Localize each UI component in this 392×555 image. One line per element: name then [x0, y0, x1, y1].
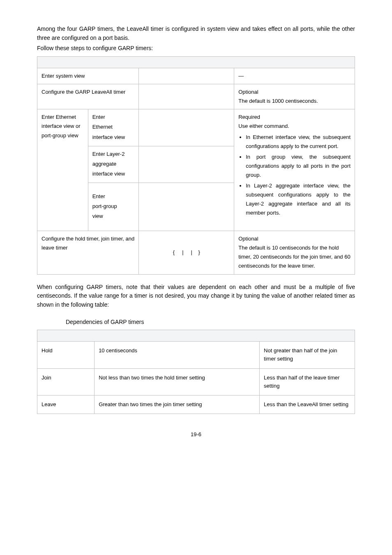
cell-desc: Optional The default is 1000 centisecond… [234, 84, 355, 109]
header-blank-3 [234, 57, 355, 68]
cell-configure-hold-join-leave: Configure the hold timer, join timer, an… [37, 231, 139, 274]
cell-timer: Leave [37, 395, 95, 414]
intro-paragraph-2: Follow these steps to configure GARP tim… [37, 44, 355, 53]
cell-enter-port-group: Enter port-group view [88, 183, 139, 231]
cell-desc: Optional The default is 10 centiseconds … [234, 231, 355, 274]
header-blank-1 [37, 330, 95, 342]
table-row: Hold 10 centiseconds Not greater than ha… [37, 342, 355, 368]
cell-blank [139, 68, 234, 84]
mid-paragraph: When configuring GARP timers, note that … [37, 283, 355, 310]
table-header-row [37, 57, 355, 68]
cell-lower: Greater than two times the join timer se… [95, 395, 260, 414]
cell-blank [139, 84, 234, 109]
page-number: 19-6 [37, 430, 355, 439]
dependencies-table: Hold 10 centiseconds Not greater than ha… [37, 330, 355, 414]
cell-enter-system-view: Enter system view [37, 68, 139, 84]
text-default: The default is 10 centiseconds for the h… [238, 243, 350, 271]
table-row: Configure the GARP LeaveAll timer Option… [37, 84, 355, 109]
configure-garp-timers-table: Enter system view — Configure the GARP L… [37, 56, 355, 275]
intro-paragraph-1: Among the four GARP timers, the LeaveAll… [37, 25, 355, 42]
cell-upper: Not greater than half of the join timer … [260, 342, 355, 368]
cell-blank [139, 183, 234, 231]
cell-timer: Join [37, 368, 95, 395]
bullet-list: In Ethernet interface view, the subseque… [238, 133, 350, 218]
text-required: Required [238, 113, 350, 122]
cell-blank [139, 109, 234, 146]
list-item: In Layer-2 aggregate interface view, the… [246, 181, 350, 217]
text-optional: Optional [238, 234, 350, 243]
cell-desc-required: Required Use either command. In Ethernet… [234, 109, 355, 231]
list-item: In port group view, the subsequent confi… [246, 153, 350, 180]
cell-upper: Less than the LeaveAll timer setting [260, 395, 355, 414]
text-default: The default is 1000 centiseconds. [238, 97, 350, 106]
table-caption-dependencies: Dependencies of GARP timers [37, 318, 355, 327]
header-blank-3 [260, 330, 355, 342]
text-use-either: Use either command. [238, 122, 350, 131]
cell-desc: — [234, 68, 355, 84]
list-item: In Ethernet interface view, the subseque… [246, 133, 350, 151]
cell-enter-interface-or-port-group: Enter Ethernet interface view or port-gr… [37, 109, 88, 231]
cell-upper: Less than half of the leave timer settin… [260, 368, 355, 395]
table-row: Configure the hold timer, join timer, an… [37, 231, 355, 274]
cell-timer: Hold [37, 342, 95, 368]
header-blank-2 [95, 330, 260, 342]
cell-enter-ethernet-interface: Enter Ethernet interface view [88, 109, 139, 146]
text-optional: Optional [238, 88, 350, 97]
table-row: Enter system view — [37, 68, 355, 84]
cell-enter-layer2-aggregate: Enter Layer-2 aggregate interface view [88, 146, 139, 183]
cell-configure-leaveall: Configure the GARP LeaveAll timer [37, 84, 139, 109]
table-row: Leave Greater than two times the join ti… [37, 395, 355, 414]
table-row: Enter Ethernet interface view or port-gr… [37, 109, 355, 146]
cell-lower: 10 centiseconds [95, 342, 260, 368]
header-blank-2 [139, 57, 234, 68]
cell-lower: Not less than two times the hold timer s… [95, 368, 260, 395]
table-row: Join Not less than two times the hold ti… [37, 368, 355, 395]
header-blank-1 [37, 57, 139, 68]
cell-blank [139, 146, 234, 183]
table-header-row [37, 330, 355, 342]
cell-command-syntax: { | | } [139, 231, 234, 274]
